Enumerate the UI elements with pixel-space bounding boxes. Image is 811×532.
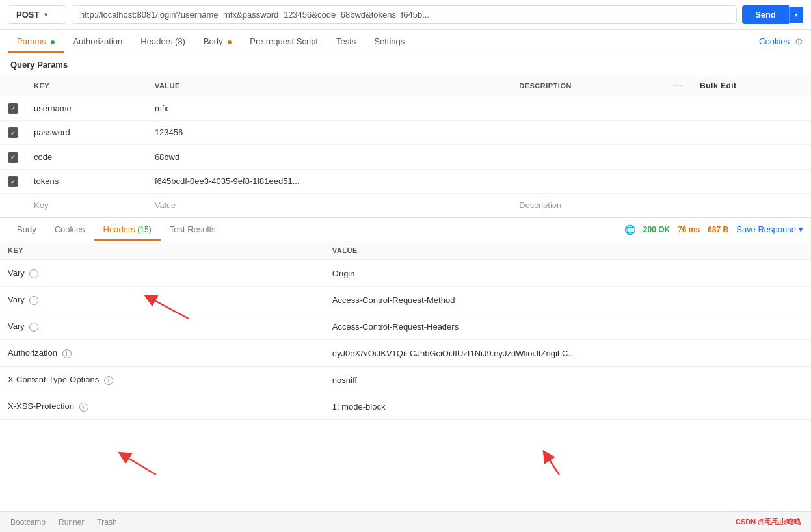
request-tabs-row: Params Authorization Headers (8) Body Pr… [0, 30, 811, 53]
resp-tab-cookies[interactable]: Cookies [46, 218, 94, 241]
table-row: ✓ username mfx [0, 96, 811, 121]
tab-prerequest[interactable]: Pre-request Script [241, 30, 327, 53]
resp-authorization-key-cell: Authorization i [0, 340, 325, 367]
tab-params[interactable]: Params [8, 30, 64, 53]
params-table: KEY VALUE DESCRIPTION ··· Bulk Edit ✓ us… [0, 76, 811, 217]
value-column-header: VALUE [147, 76, 511, 96]
query-params-header: Query Params [0, 53, 811, 76]
bulk-edit-button[interactable]: Bulk Edit [700, 81, 737, 90]
response-status-area: 🌐 200 OK 76 ms 687 B Save Response ▾ [624, 224, 803, 235]
list-item: Authorization i eyJ0eXAiOiJKV1QiLCJhbGci… [0, 340, 811, 367]
resp-tab-headers[interactable]: Headers (15) [94, 218, 161, 241]
resp-value-cell: Access-Control-Request-Method [325, 287, 811, 313]
resp-authorization-value-cell: eyJ0eXAiOiJKV1QiLCJhbGciOiJIUzI1NiJ9.eyJ… [325, 340, 811, 367]
desc-cell[interactable] [511, 169, 666, 194]
info-icon[interactable]: i [79, 403, 88, 412]
tab-authorization[interactable]: Authorization [64, 30, 131, 53]
save-response-chevron-icon: ▾ [799, 224, 803, 234]
value-cell[interactable]: 68bwd [147, 145, 511, 170]
list-item: X-XSS-Protection i 1: mode-block [0, 393, 811, 420]
globe-icon[interactable]: 🌐 [624, 224, 635, 235]
info-icon[interactable]: i [62, 349, 72, 358]
list-item: X-Content-Type-Options i nosniff [0, 367, 811, 393]
row-checkbox-0[interactable]: ✓ [8, 103, 18, 114]
resp-tab-body[interactable]: Body [8, 218, 46, 241]
response-headers-table: KEY VALUE Vary i Origin Vary [0, 241, 811, 420]
resp-key-cell: X-XSS-Protection i [0, 393, 325, 420]
value-cell[interactable]: 123456 [147, 120, 511, 145]
list-item: Vary i Access-Control-Request-Headers [0, 313, 811, 340]
table-row: ✓ password 123456 [0, 120, 811, 145]
tab-body[interactable]: Body [194, 30, 241, 53]
empty-key-cell[interactable]: Key [26, 194, 147, 217]
more-options-icon[interactable]: ··· [674, 82, 684, 90]
response-time: 76 ms [678, 225, 700, 234]
resp-key-cell: Vary i [0, 287, 325, 313]
value-cell[interactable]: f645bcdf-0ee3-4035-9ef8-1f81eed51... [147, 169, 511, 194]
csdn-badge: CSDN @毛毛虫鸣鸣 [736, 517, 801, 527]
list-item: Vary i Access-Control-Request-Method [0, 287, 811, 313]
resp-key-cell: Vary i [0, 260, 325, 287]
response-headers-panel: KEY VALUE Vary i Origin Vary [0, 241, 811, 511]
response-tabs-row: Body Cookies Headers (15) Test Results 🌐… [0, 217, 811, 241]
empty-row: Key Value Description [0, 194, 811, 217]
body-dot [228, 40, 232, 44]
runner-link[interactable]: Runner [59, 518, 84, 527]
send-button[interactable]: Send [742, 5, 789, 24]
url-input[interactable] [72, 5, 737, 24]
description-column-header: DESCRIPTION [511, 76, 666, 96]
key-cell[interactable]: code [26, 145, 147, 170]
resp-key-cell: Vary i [0, 313, 325, 340]
settings-icon[interactable]: ⚙ [795, 36, 803, 47]
key-cell[interactable]: password [26, 120, 147, 145]
url-bar: POST ▾ Send ▾ [0, 0, 811, 30]
bottom-bar: Bootcamp Runner Trash CSDN @毛毛虫鸣鸣 [0, 511, 811, 532]
resp-value-cell: 1: mode-block [325, 393, 811, 420]
info-icon[interactable]: i [29, 323, 38, 332]
resp-value-cell: nosniff [325, 367, 811, 393]
key-cell[interactable]: tokens [26, 169, 147, 194]
list-item: Vary i Origin [0, 260, 811, 287]
key-cell[interactable]: username [26, 96, 147, 121]
desc-cell[interactable] [511, 120, 666, 145]
app-container: POST ▾ Send ▾ Params Authorization Heade… [0, 0, 811, 532]
resp-key-header: KEY [0, 241, 325, 260]
desc-cell[interactable] [511, 145, 666, 170]
trash-link[interactable]: Trash [97, 518, 116, 527]
info-icon[interactable]: i [29, 296, 38, 305]
resp-value-header: VALUE [325, 241, 811, 260]
status-badge: 200 OK [643, 225, 670, 234]
method-label: POST [16, 10, 39, 20]
desc-cell[interactable] [511, 96, 666, 121]
method-chevron-icon: ▾ [44, 11, 47, 18]
query-params-panel: Query Params KEY VALUE DESCRIPTION ··· B… [0, 53, 811, 217]
method-select[interactable]: POST ▾ [8, 5, 66, 24]
params-dot [51, 40, 55, 44]
value-cell[interactable]: mfx [147, 96, 511, 121]
resp-value-cell: Access-Control-Request-Headers [325, 313, 811, 340]
key-column-header: KEY [26, 76, 147, 96]
tab-tests[interactable]: Tests [327, 30, 365, 53]
bootcamp-link[interactable]: Bootcamp [10, 518, 46, 527]
info-icon[interactable]: i [29, 269, 38, 278]
send-chevron-button[interactable]: ▾ [789, 7, 803, 23]
empty-value-cell[interactable]: Value [147, 194, 511, 217]
info-icon[interactable]: i [104, 376, 113, 385]
headers-count: (15) [137, 225, 151, 234]
table-row: ✓ code 68bwd [0, 145, 811, 170]
tab-headers[interactable]: Headers (8) [131, 30, 194, 53]
resp-key-cell: X-Content-Type-Options i [0, 367, 325, 393]
panels-container: Query Params KEY VALUE DESCRIPTION ··· B… [0, 53, 811, 511]
resp-tab-testresults[interactable]: Test Results [161, 218, 225, 241]
row-checkbox-3[interactable]: ✓ [8, 176, 18, 187]
empty-desc-cell[interactable]: Description [511, 194, 666, 217]
cookies-link[interactable]: Cookies [759, 30, 790, 53]
send-button-group: Send ▾ [742, 5, 803, 24]
row-checkbox-1[interactable]: ✓ [8, 127, 18, 138]
resp-value-cell: Origin [325, 260, 811, 287]
tab-settings[interactable]: Settings [365, 30, 414, 53]
table-row: ✓ tokens f645bcdf-0ee3-4035-9ef8-1f81eed… [0, 169, 811, 194]
save-response-button[interactable]: Save Response ▾ [736, 224, 803, 234]
response-size: 687 B [708, 225, 728, 234]
row-checkbox-2[interactable]: ✓ [8, 152, 18, 163]
